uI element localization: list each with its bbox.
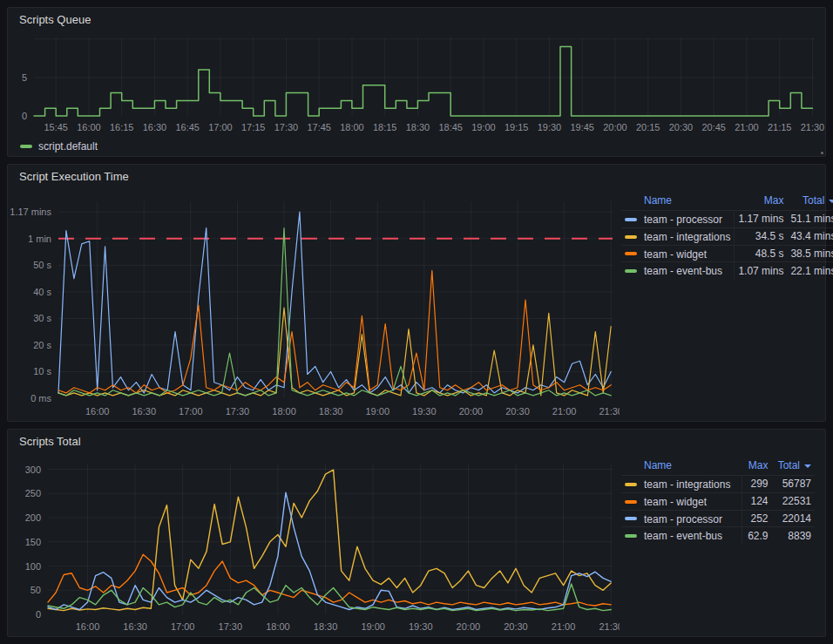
- legend-series-name[interactable]: team - integrations: [621, 227, 735, 245]
- svg-text:19:00: 19:00: [471, 122, 496, 132]
- svg-text:17:30: 17:30: [219, 621, 243, 632]
- panel-scripts-total: Scripts Total 05010015020025030016:0016:…: [7, 429, 826, 637]
- legend-max-value: 62.9: [742, 527, 772, 544]
- series-name-label[interactable]: team - widget: [644, 496, 707, 508]
- series-color-swatch: [625, 235, 637, 239]
- series-color-swatch: [625, 218, 637, 221]
- script-execution-time-chart[interactable]: 0 ms10 s20 s30 s40 s50 s1 min1.17 mins16…: [8, 187, 620, 421]
- svg-text:16:00: 16:00: [76, 621, 100, 632]
- series-line: [34, 47, 813, 116]
- legend-row: team - processor25222014: [621, 510, 815, 527]
- svg-text:16:30: 16:30: [132, 406, 156, 417]
- svg-text:18:00: 18:00: [272, 406, 296, 417]
- legend-total-value: 22.1 mins: [787, 262, 833, 279]
- svg-text:19:00: 19:00: [361, 621, 385, 632]
- legend-series-name[interactable]: team - processor: [621, 510, 742, 527]
- svg-text:15:45: 15:45: [44, 122, 68, 132]
- legend-row: team - processor1.17 mins51.1 mins: [621, 211, 833, 228]
- series-name-label[interactable]: team - event-bus: [644, 530, 722, 542]
- svg-text:17:00: 17:00: [208, 122, 233, 132]
- svg-text:300: 300: [25, 464, 41, 475]
- svg-text:16:30: 16:30: [143, 122, 167, 132]
- series-name-label[interactable]: team - integrations: [644, 478, 730, 491]
- svg-text:10 s: 10 s: [33, 366, 51, 376]
- legend-row: team - event-bus62.98839: [621, 527, 815, 544]
- panel-resize-handle[interactable]: [821, 152, 823, 154]
- legend-header-total[interactable]: Total: [787, 193, 833, 211]
- legend-series-name[interactable]: team - widget: [621, 492, 742, 510]
- series-line: [58, 308, 611, 396]
- svg-text:0: 0: [22, 111, 27, 121]
- svg-text:20:30: 20:30: [504, 621, 528, 632]
- panel-title-script-execution-time[interactable]: Script Execution Time: [8, 165, 825, 187]
- svg-text:21:00: 21:00: [552, 406, 577, 417]
- svg-text:19:15: 19:15: [505, 122, 529, 132]
- legend-header-total[interactable]: Total: [772, 458, 815, 476]
- scripts-queue-chart[interactable]: 0515:4516:0016:1516:3016:4517:0017:1517:…: [8, 31, 825, 137]
- svg-text:18:30: 18:30: [314, 621, 338, 632]
- legend-series-name[interactable]: team - integrations: [621, 476, 742, 493]
- legend-max-value: 1.17 mins: [735, 211, 788, 228]
- svg-text:21:00: 21:00: [735, 122, 759, 132]
- svg-text:17:45: 17:45: [307, 122, 331, 132]
- legend-series-name[interactable]: team - event-bus: [621, 262, 735, 279]
- series-name-label[interactable]: team - widget: [644, 247, 707, 260]
- svg-text:30 s: 30 s: [33, 313, 51, 323]
- series-name-label[interactable]: team - processor: [644, 214, 722, 226]
- series-color-swatch: [625, 269, 637, 273]
- series-color-swatch: [625, 252, 637, 255]
- legend-header-name[interactable]: Name: [621, 458, 742, 476]
- legend-series-name[interactable]: team - widget: [621, 245, 735, 262]
- svg-text:18:30: 18:30: [406, 122, 430, 132]
- legend-total-value: 22531: [772, 492, 815, 510]
- legend-max-value: 48.5 s: [735, 245, 788, 262]
- svg-text:16:15: 16:15: [110, 122, 134, 132]
- scripts-total-chart[interactable]: 05010015020025030016:0016:3017:0017:3018…: [8, 452, 620, 636]
- legend-total-value: 56787: [772, 476, 815, 493]
- svg-text:100: 100: [25, 561, 41, 572]
- caret-down-icon: [804, 464, 811, 468]
- legend-header-max[interactable]: Max: [742, 458, 772, 476]
- svg-text:150: 150: [25, 537, 41, 547]
- legend-series-label[interactable]: script.default: [38, 140, 98, 153]
- series-color-swatch: [20, 145, 32, 148]
- series-name-label[interactable]: team - integrations: [644, 231, 730, 243]
- svg-text:1 min: 1 min: [28, 234, 51, 244]
- svg-text:17:00: 17:00: [179, 406, 203, 417]
- legend-table: NameMaxTotalteam - integrations29956787t…: [621, 458, 815, 544]
- svg-text:17:15: 17:15: [241, 122, 266, 132]
- legend-row: team - widget48.5 s38.5 mins: [621, 245, 833, 262]
- legend-series-name[interactable]: team - event-bus: [621, 527, 742, 544]
- series-name-label[interactable]: team - processor: [644, 512, 722, 525]
- svg-text:20:00: 20:00: [603, 122, 627, 132]
- svg-text:16:30: 16:30: [123, 621, 147, 632]
- svg-text:21:30: 21:30: [599, 621, 620, 632]
- legend-total-value: 8839: [772, 527, 815, 544]
- svg-text:18:00: 18:00: [340, 122, 364, 132]
- svg-text:40 s: 40 s: [33, 287, 51, 297]
- legend-series-name[interactable]: team - processor: [621, 211, 735, 228]
- legend-header-name[interactable]: Name: [621, 193, 735, 211]
- svg-text:50 s: 50 s: [33, 260, 51, 270]
- panel-title-scripts-queue[interactable]: Scripts Queue: [8, 8, 825, 31]
- legend-row: team - integrations29956787: [621, 476, 815, 493]
- panel-scripts-queue: Scripts Queue 0515:4516:0016:1516:3016:4…: [7, 7, 826, 157]
- legend-row: team - widget12422531: [621, 492, 815, 510]
- svg-text:20:00: 20:00: [457, 621, 481, 632]
- panel-title-scripts-total[interactable]: Scripts Total: [8, 430, 825, 452]
- svg-text:20:00: 20:00: [459, 406, 484, 417]
- legend-table: NameMaxTotalteam - processor1.17 mins51.…: [621, 193, 833, 279]
- legend-scripts-queue[interactable]: script.default: [8, 137, 825, 156]
- svg-text:17:30: 17:30: [226, 406, 250, 417]
- legend-header-max[interactable]: Max: [735, 193, 788, 211]
- series-name-label[interactable]: team - event-bus: [644, 265, 722, 277]
- svg-text:21:00: 21:00: [552, 621, 576, 632]
- series-color-swatch: [625, 483, 637, 486]
- legend-max-value: 1.07 mins: [735, 262, 788, 279]
- svg-text:16:45: 16:45: [175, 122, 200, 132]
- legend-row: team - integrations34.5 s43.4 mins: [621, 227, 833, 245]
- svg-text:20:30: 20:30: [669, 122, 694, 132]
- legend-max-value: 34.5 s: [735, 227, 788, 245]
- legend-total-value: 22014: [772, 510, 815, 527]
- svg-text:20:30: 20:30: [505, 406, 530, 417]
